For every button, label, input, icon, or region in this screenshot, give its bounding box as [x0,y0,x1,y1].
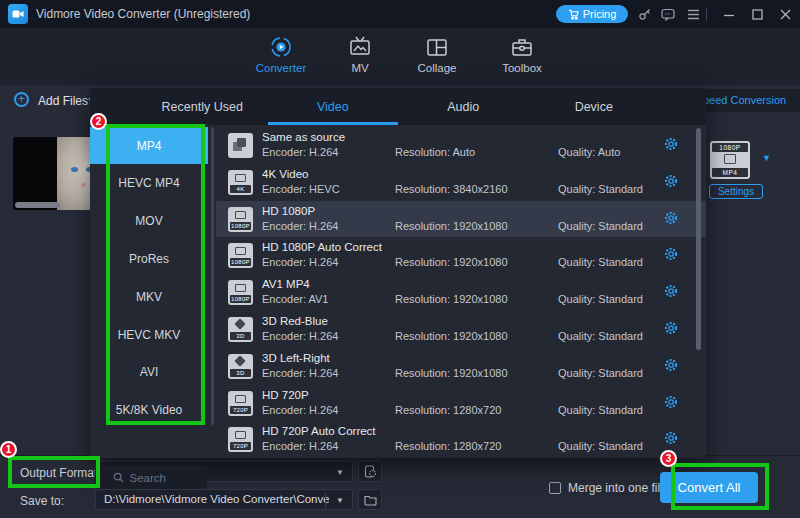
format-row-hd-1080p-auto-correct[interactable]: 1080P HD 1080P Auto Correct Encoder: H.2… [216,237,699,274]
tab-recently-used[interactable]: Recently Used [137,88,268,125]
gear-icon[interactable] [664,284,678,302]
titlebar-divider [706,8,707,21]
feedback-icon[interactable] [660,7,675,22]
format-caret-icon[interactable]: ▼ [762,153,771,163]
app-logo-icon [8,4,28,24]
select-divider [325,493,326,508]
format-name: AV1 MP4 [262,278,310,290]
sidebar-item-avi[interactable]: AVI [90,354,208,391]
format-quality: Quality: Standard [558,330,643,342]
gear-icon[interactable] [664,137,678,155]
register-key-icon[interactable] [637,7,652,22]
format-resolution: Resolution: 1280x720 [395,440,501,452]
open-folder-button[interactable] [358,489,382,510]
tab-video[interactable]: Video [268,88,399,125]
gear-icon[interactable] [664,431,678,449]
search-box[interactable] [95,466,207,489]
format-resolution: Resolution: 3840x2160 [395,183,508,195]
cart-icon [568,9,579,20]
output-settings-button[interactable] [358,461,382,482]
format-category-tabs: Recently Used Video Audio Device [90,88,706,125]
format-encoder: Encoder: H.264 [262,404,338,416]
format-encoder: Encoder: H.264 [262,146,338,158]
format-row-hd-1080p[interactable]: 1080P HD 1080P Encoder: H.264 Resolution… [216,201,706,238]
format-resolution: Resolution: Auto [395,146,475,158]
video-file-icon: 720P [228,427,253,452]
folder-icon [364,494,377,506]
format-row-3d-left-right[interactable]: 3D 3D Left-Right Encoder: H.264 Resoluti… [216,348,699,385]
gear-icon[interactable] [664,358,678,376]
format-row-3d-red-blue[interactable]: 3D 3D Red-Blue Encoder: H.264 Resolution… [216,311,699,348]
caret-down-icon: ▼ [336,496,344,505]
caret-down-icon: ▼ [336,468,344,477]
sidebar-item-mov[interactable]: MOV [90,203,208,240]
close-button[interactable] [778,7,793,22]
output-format-file-icon[interactable]: 1080P MP4 [710,141,750,179]
convert-all-button[interactable]: Convert All [660,472,758,503]
tab-device[interactable]: Device [529,88,660,125]
maximize-button[interactable] [750,7,765,22]
converter-icon [269,34,293,60]
sidebar-item-prores[interactable]: ProRes [90,240,208,277]
tab-toolbox[interactable]: Toolbox [482,28,562,85]
annotation-badge-1: 1 [0,441,17,458]
menu-icon[interactable] [686,7,701,22]
pricing-button[interactable]: Pricing [556,5,628,23]
tab-collage-label: Collage [418,62,457,74]
format-name: 3D Red-Blue [262,315,328,327]
add-files-plus-icon[interactable]: + [14,92,29,107]
format-row-hd-720p-auto-correct[interactable]: 720P HD 720P Auto Correct Encoder: H.264… [216,421,699,458]
film-glyph [724,154,736,164]
tab-audio[interactable]: Audio [398,88,529,125]
format-sidebar: MP4 HEVC MP4 MOV ProRes MKV HEVC MKV AVI… [90,125,216,458]
format-row-4k-video[interactable]: 4K 4K Video Encoder: HEVC Resolution: 38… [216,164,699,201]
app-window: Vidmore Video Converter (Unregistered) P… [0,0,800,518]
gear-icon[interactable] [664,247,678,265]
format-row-av1-mp4[interactable]: 1080P AV1 MP4 Encoder: AV1 Resolution: 1… [216,274,699,311]
sidebar-item-mkv[interactable]: MKV [90,278,208,315]
format-encoder: Encoder: H.264 [262,330,338,342]
thumbnail-progress-bar [15,202,60,208]
annotation-badge-3: 3 [660,450,677,467]
format-encoder: Encoder: H.264 [262,256,338,268]
format-list: Same as source Encoder: H.264 Resolution… [216,125,706,458]
mv-icon [348,34,372,60]
save-to-select[interactable]: D:\Vidmore\Vidmore Video Converter\Conve… [95,489,353,510]
format-row-hd-720p[interactable]: 720P HD 720P Encoder: H.264 Resolution: … [216,385,699,422]
search-input[interactable] [130,472,190,484]
sidebar-scrollbar[interactable] [211,127,214,425]
gear-icon[interactable] [664,395,678,413]
format-resolution: Resolution: 1920x1080 [395,220,508,232]
minimize-button[interactable] [721,7,736,22]
tab-mv-label: MV [351,62,368,74]
format-name: HD 720P [262,389,309,401]
tab-collage[interactable]: Collage [397,28,477,85]
tab-toolbox-label: Toolbox [502,62,542,74]
sidebar-item-mp4[interactable]: MP4 [90,127,208,164]
profile-settings-button[interactable]: Settings [709,184,763,199]
format-quality: Quality: Auto [558,146,620,158]
list-scrollbar[interactable] [696,128,701,350]
gear-icon[interactable] [664,211,678,229]
merge-checkbox[interactable] [549,482,561,494]
tab-converter[interactable]: Converter [241,28,321,85]
format-dropdown-panel: Recently Used Video Audio Device MP4 HEV… [90,88,706,458]
gear-icon[interactable] [664,174,678,192]
format-quality: Quality: Standard [558,256,643,268]
video-file-icon: 1080P [228,207,253,232]
add-files-button[interactable]: Add Files [38,94,88,108]
format-encoder: Encoder: HEVC [262,183,340,195]
format-name: Same as source [262,131,345,143]
thumbnail-detail [71,167,78,172]
copy-pages-icon [228,133,253,158]
format-quality: Quality: Standard [558,440,643,452]
speed-conversion-ribbon[interactable]: peed Conversion [690,89,800,112]
sidebar-item-5k8k[interactable]: 5K/8K Video [90,392,208,429]
format-row-same-as-source[interactable]: Same as source Encoder: H.264 Resolution… [216,127,699,164]
tab-mv[interactable]: MV [320,28,400,85]
format-resolution: Resolution: 1920x1080 [395,367,508,379]
format-name: HD 1080P Auto Correct [262,241,382,253]
sidebar-item-hevc-mkv[interactable]: HEVC MKV [90,316,208,353]
gear-icon[interactable] [664,321,678,339]
sidebar-item-hevc-mp4[interactable]: HEVC MP4 [90,165,208,202]
